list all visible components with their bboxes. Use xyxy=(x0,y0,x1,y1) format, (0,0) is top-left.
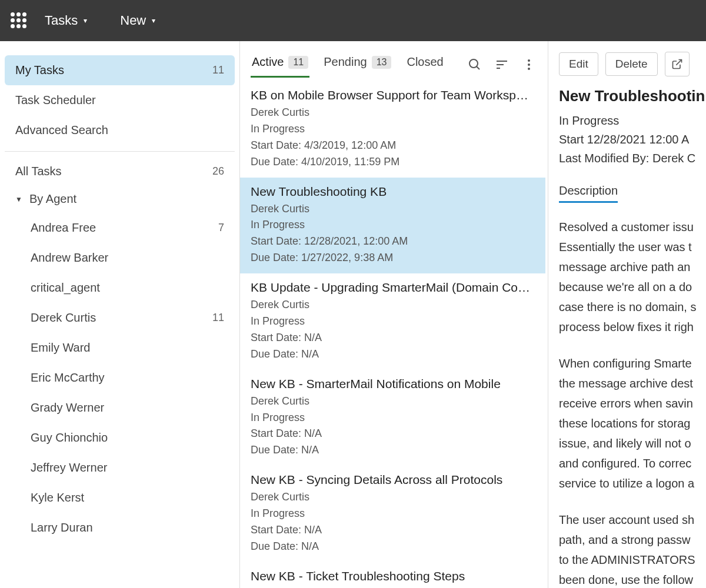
sidebar-agent-name: Larry Duran xyxy=(31,521,93,534)
sidebar-by-agent[interactable]: ▼ By Agent xyxy=(5,185,235,213)
tab-active-label: Active xyxy=(252,55,284,69)
task-title: New KB - Ticket Troubleshooting Steps xyxy=(251,569,535,583)
detail-modified: Last Modified By: Derek C xyxy=(559,149,706,168)
sidebar-by-agent-label: By Agent xyxy=(29,192,76,206)
task-item[interactable]: KB Update - Upgrading SmarterMail (Domai… xyxy=(240,273,545,370)
tasks-menu[interactable]: Tasks ▾ xyxy=(36,8,95,33)
detail-start: Start 12/28/2021 12:00 A xyxy=(559,130,706,149)
caret-down-icon: ▾ xyxy=(152,16,155,25)
description-body: Resolved a customer issu Essentially the… xyxy=(559,217,706,588)
sidebar-item[interactable]: Task Scheduler xyxy=(5,85,235,115)
desc-line: The user account used sh xyxy=(559,513,694,526)
task-title: New KB - SmarterMail Notifications on Mo… xyxy=(251,377,535,391)
new-menu-label: New xyxy=(120,13,146,28)
tabs-row: Active 11 Pending 13 Closed xyxy=(240,41,548,81)
sidebar-agent-item[interactable]: Larry Duran xyxy=(5,513,235,543)
task-list-column: Active 11 Pending 13 Closed KB on Mobile… xyxy=(240,41,548,588)
desc-line: to the ADMINISTRATORS xyxy=(559,553,695,566)
desc-line: been done, use the follow xyxy=(559,573,693,586)
desc-line: Essentially the user was t xyxy=(559,240,692,253)
sidebar-item[interactable]: Advanced Search xyxy=(5,115,235,145)
sidebar-agent-item[interactable]: Emily Ward xyxy=(5,333,235,363)
sort-icon[interactable] xyxy=(490,53,514,76)
desc-line: because we're all on a do xyxy=(559,280,692,293)
tab-closed-label: Closed xyxy=(407,55,443,69)
sidebar-agent-name: Jeffrey Werner xyxy=(31,461,107,475)
task-list[interactable]: KB on Mobile Browser Support for Team Wo… xyxy=(240,81,548,588)
sidebar-agent-item[interactable]: Kyle Kerst xyxy=(5,483,235,513)
desc-line: these locations for storag xyxy=(559,417,690,430)
search-icon[interactable] xyxy=(463,53,487,76)
tree-caret-down-icon: ▼ xyxy=(15,195,26,203)
caret-down-icon: ▾ xyxy=(84,16,87,25)
sidebar: My Tasks11Task SchedulerAdvanced Search … xyxy=(0,41,240,588)
sidebar-item-label: My Tasks xyxy=(15,64,64,77)
task-title: New KB - Syncing Details Across all Prot… xyxy=(251,473,535,487)
task-meta: Derek CurtisIn ProgressStart Date: N/ADu… xyxy=(251,297,535,363)
desc-line: path, and a strong passw xyxy=(559,533,690,546)
sidebar-agent-count: 11 xyxy=(212,312,224,324)
sidebar-agent-item[interactable]: critical_agent xyxy=(5,273,235,303)
sidebar-item-label: Task Scheduler xyxy=(15,93,96,107)
svg-point-7 xyxy=(528,68,530,70)
tab-pending-label: Pending xyxy=(324,55,367,69)
sidebar-all-tasks-label: All Tasks xyxy=(15,165,62,178)
task-item[interactable]: New KB - Syncing Details Across all Prot… xyxy=(240,466,545,562)
open-external-icon[interactable] xyxy=(665,52,690,76)
sidebar-agent-item[interactable]: Eric McCarthy xyxy=(5,363,235,393)
sidebar-agent-name: Guy Chionchio xyxy=(31,431,108,445)
svg-line-1 xyxy=(477,66,479,69)
desc-line: receive errors when savin xyxy=(559,397,693,410)
detail-actions: Edit Delete xyxy=(559,52,706,76)
task-meta: Derek CurtisIn ProgressStart Date: N/ADu… xyxy=(251,393,535,459)
sidebar-agent-item[interactable]: Grady Werner xyxy=(5,393,235,423)
desc-line: and configured. To correc xyxy=(559,457,691,470)
desc-line: When configuring Smarte xyxy=(559,357,692,370)
task-title: KB Update - Upgrading SmarterMail (Domai… xyxy=(251,280,535,295)
sidebar-item[interactable]: My Tasks11 xyxy=(5,55,235,85)
detail-pane: Edit Delete New Troubleshootin In Progre… xyxy=(548,41,706,588)
desc-line: Resolved a customer issu xyxy=(559,220,694,233)
task-title: New Troubleshooting KB xyxy=(251,185,535,199)
task-item[interactable]: New Troubleshooting KBDerek CurtisIn Pro… xyxy=(240,178,545,274)
topbar: Tasks ▾ New ▾ xyxy=(0,0,706,41)
task-meta: Derek CurtisIn ProgressStart Date: 4/3/2… xyxy=(251,105,535,171)
desc-line: the message archive dest xyxy=(559,377,693,390)
sidebar-agent-item[interactable]: Derek Curtis11 xyxy=(5,303,235,333)
tab-active-count: 11 xyxy=(288,56,308,69)
tasks-menu-label: Tasks xyxy=(45,13,78,28)
sidebar-agent-count: 7 xyxy=(218,222,224,234)
task-item[interactable]: New KB - SmarterMail Notifications on Mo… xyxy=(240,370,545,466)
desc-line: case there is no domain, s xyxy=(559,300,696,313)
apps-icon[interactable] xyxy=(11,12,27,29)
sidebar-agent-item[interactable]: Andrew Barker xyxy=(5,243,235,273)
sidebar-agent-item[interactable]: Jeffrey Werner xyxy=(5,453,235,483)
tab-closed[interactable]: Closed xyxy=(405,52,444,78)
sidebar-agent-item[interactable]: Andrea Free7 xyxy=(5,213,235,243)
description-heading: Description xyxy=(559,184,618,203)
sidebar-agent-name: Kyle Kerst xyxy=(31,491,84,505)
desc-line: issue, and likely will not o xyxy=(559,437,691,450)
edit-button[interactable]: Edit xyxy=(559,52,598,76)
tab-pending-count: 13 xyxy=(372,56,392,69)
desc-line: process below fixes it righ xyxy=(559,320,694,333)
svg-point-0 xyxy=(469,59,478,68)
sidebar-agent-name: Andrea Free xyxy=(31,221,96,235)
sidebar-all-tasks[interactable]: All Tasks 26 xyxy=(5,158,235,185)
tab-pending[interactable]: Pending 13 xyxy=(322,52,392,78)
svg-line-8 xyxy=(676,60,681,65)
sidebar-divider xyxy=(5,151,235,152)
tab-active[interactable]: Active 11 xyxy=(251,52,309,78)
new-menu[interactable]: New ▾ xyxy=(112,8,164,33)
more-icon[interactable] xyxy=(517,53,541,76)
svg-point-5 xyxy=(528,59,530,62)
task-item[interactable]: New KB - Ticket Troubleshooting StepsDer… xyxy=(240,562,545,588)
detail-title: New Troubleshootin xyxy=(559,87,706,105)
delete-button[interactable]: Delete xyxy=(605,52,658,76)
task-meta: Derek CurtisIn ProgressStart Date: N/ADu… xyxy=(251,489,535,555)
sidebar-all-tasks-count: 26 xyxy=(212,165,224,178)
sidebar-item-label: Advanced Search xyxy=(15,123,108,137)
task-item[interactable]: KB on Mobile Browser Support for Team Wo… xyxy=(240,81,545,178)
sidebar-agent-item[interactable]: Guy Chionchio xyxy=(5,423,235,453)
detail-status: In Progress xyxy=(559,111,706,130)
